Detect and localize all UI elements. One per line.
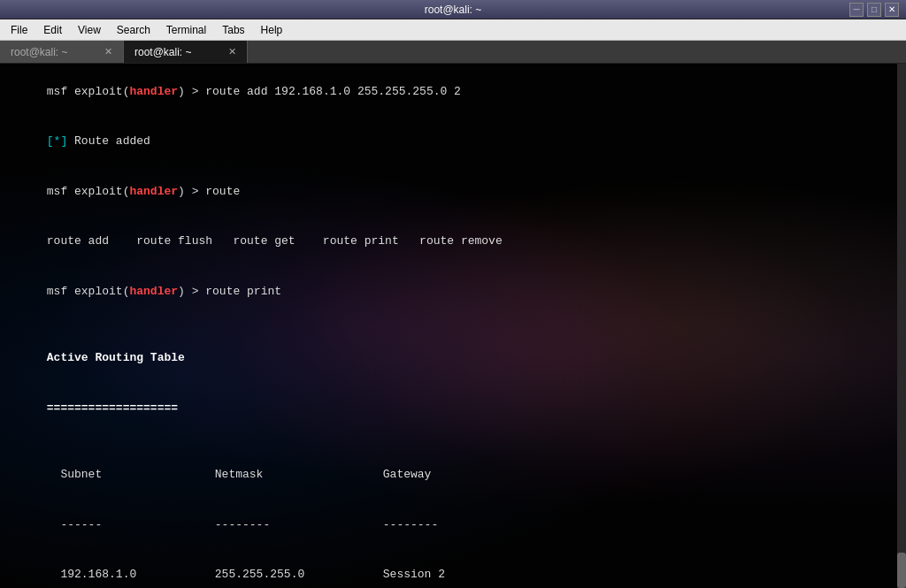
terminal-line-7 <box>5 434 901 451</box>
terminal-line-2: [*] Route added <box>5 118 901 168</box>
terminal-table-header: SubnetNetmaskGateway <box>5 450 901 500</box>
maximize-button[interactable]: □ <box>867 3 881 17</box>
menu-tabs[interactable]: Tabs <box>215 22 251 38</box>
menu-view[interactable]: View <box>71 22 108 38</box>
tab-1-label: root@kali: ~ <box>11 46 68 58</box>
menu-edit[interactable]: Edit <box>36 22 69 38</box>
title-bar: root@kali: ~ ─ □ ✕ <box>0 0 906 19</box>
tab-bar: root@kali: ~ ✕ root@kali: ~ ✕ <box>0 41 906 64</box>
terminal-line-4: route add route flush route get route pr… <box>5 218 901 268</box>
menu-bar: File Edit View Search Terminal Tabs Help <box>0 19 906 41</box>
minimize-button[interactable]: ─ <box>849 3 864 17</box>
window-title: root@kali: ~ <box>57 4 849 16</box>
scrollbar[interactable] <box>897 64 906 588</box>
terminal-line-5: msf exploit(handler) > route print <box>5 267 901 317</box>
tab-2[interactable]: root@kali: ~ ✕ <box>124 41 248 63</box>
terminal-table-row: 192.168.1.0255.255.255.0Session 2 <box>5 550 901 588</box>
terminal-line-3: msf exploit(handler) > route <box>5 167 901 218</box>
terminal-line-1: msf exploit(handler) > route add 192.168… <box>5 67 901 118</box>
tab-1[interactable]: root@kali: ~ ✕ <box>0 41 124 63</box>
menu-terminal[interactable]: Terminal <box>159 22 213 38</box>
close-button[interactable]: ✕ <box>885 3 899 17</box>
tab-2-close[interactable]: ✕ <box>228 46 236 57</box>
terminal-separator: =================== <box>5 384 901 434</box>
terminal-line-6 <box>5 317 901 334</box>
menu-help[interactable]: Help <box>254 22 290 38</box>
terminal-table-divider: ---------------------- <box>5 500 901 551</box>
terminal-heading: Active Routing Table <box>5 334 901 385</box>
tab-1-close[interactable]: ✕ <box>104 46 112 57</box>
terminal-content: msf exploit(handler) > route add 192.168… <box>5 67 901 588</box>
window-controls: ─ □ ✕ <box>849 3 899 17</box>
terminal[interactable]: msf exploit(handler) > route add 192.168… <box>0 64 906 588</box>
menu-search[interactable]: Search <box>110 22 157 38</box>
scrollbar-thumb[interactable] <box>897 553 906 588</box>
menu-file[interactable]: File <box>4 22 35 38</box>
tab-2-label: root@kali: ~ <box>134 46 192 58</box>
